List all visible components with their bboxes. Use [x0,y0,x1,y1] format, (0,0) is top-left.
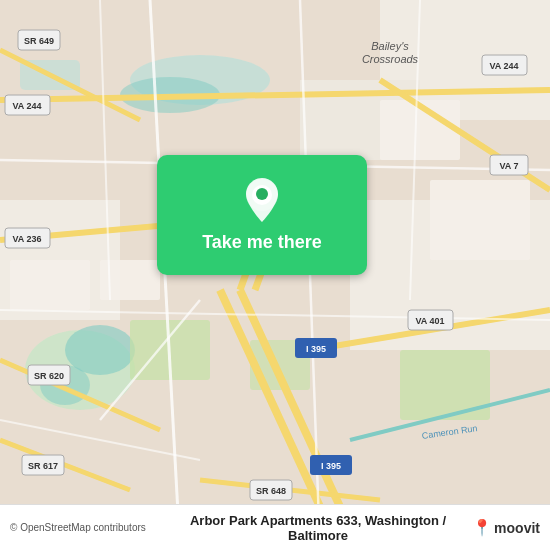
map-container: SR 649 VA 244 VA 244 VA 7 VA 236 I 395 I… [0,0,550,550]
bottom-bar: © OpenStreetMap contributors Arbor Park … [0,504,550,550]
location-pin-icon [244,178,280,226]
svg-text:I 395: I 395 [321,461,341,471]
take-me-there-button[interactable]: Take me there [157,155,367,275]
svg-text:Bailey's: Bailey's [371,40,409,52]
svg-text:VA 401: VA 401 [415,316,444,326]
svg-text:VA 7: VA 7 [499,161,518,171]
svg-rect-14 [10,260,90,310]
svg-text:I 395: I 395 [306,344,326,354]
moovit-logo: 📍 moovit [472,518,540,537]
svg-text:VA 244: VA 244 [489,61,518,71]
svg-point-66 [256,188,268,200]
action-button-label: Take me there [202,232,322,253]
svg-text:Crossroads: Crossroads [362,53,419,65]
moovit-brand-text: moovit [494,520,540,536]
attribution-text: © OpenStreetMap contributors [10,522,164,533]
map-svg: SR 649 VA 244 VA 244 VA 7 VA 236 I 395 I… [0,0,550,550]
place-name-text: Arbor Park Apartments 633, Washington / … [164,513,472,543]
svg-rect-17 [430,180,530,260]
moovit-pin-icon: 📍 [472,518,492,537]
svg-text:SR 648: SR 648 [256,486,286,496]
svg-text:VA 236: VA 236 [12,234,41,244]
svg-text:VA 244: VA 244 [12,101,41,111]
svg-text:SR 617: SR 617 [28,461,58,471]
svg-text:SR 620: SR 620 [34,371,64,381]
svg-text:SR 649: SR 649 [24,36,54,46]
